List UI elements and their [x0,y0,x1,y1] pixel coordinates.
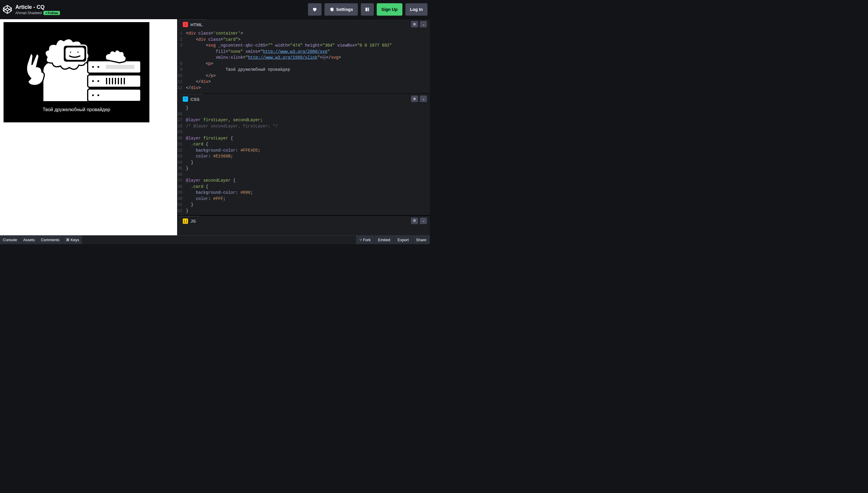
chevron-down-icon: ⌄ [422,22,425,26]
fork-button[interactable]: ⑂ Fork [356,236,375,244]
html-badge-icon: / [183,22,188,27]
html-tab[interactable]: / HTML [179,19,206,29]
settings-button[interactable]: Settings [324,3,358,16]
follow-button[interactable]: + Follow [43,11,60,15]
svg-rect-0 [365,8,367,11]
svg-point-7 [77,51,79,53]
css-settings-button[interactable]: ⚙ [411,95,418,102]
footer: Console Assets Comments ⌘ Keys ⑂ Fork Em… [0,235,430,244]
plus-icon: + [45,11,47,15]
codepen-logo[interactable] [2,4,13,15]
js-panel-header: ( ) JS ⚙ ⌄ [178,216,430,226]
svg-rect-12 [88,75,141,87]
js-dropdown-button[interactable]: ⌄ [420,218,427,224]
html-panel-header: / HTML ⚙ ⌄ [178,19,430,29]
html-code[interactable]: <div class='container'> <div class="card… [184,29,430,93]
follow-label: Follow [48,11,58,15]
app-header: Article - CQ Ahmad Shadeed + Follow Sett… [0,0,430,19]
heart-icon [312,7,317,12]
preview-pane: Твой дружелюбный провайдер [0,19,177,235]
html-panel: / HTML ⚙ ⌄ 1 2 3 8 9 10 [178,19,430,93]
pen-title-block: Article - CQ Ahmad Shadeed + Follow [15,4,60,15]
html-dropdown-button[interactable]: ⌄ [420,21,427,27]
embed-button[interactable]: Embed [375,236,394,244]
pen-title: Article - CQ [15,4,60,10]
js-settings-button[interactable]: ⚙ [411,218,418,224]
gear-icon: ⚙ [413,97,416,101]
preview-caption: Твой дружелюбный провайдер [43,107,110,112]
js-title: JS [190,218,196,223]
comments-tab[interactable]: Comments [38,236,63,244]
preview-illustration [12,27,141,104]
preview-card: Твой дружелюбный провайдер [3,22,149,122]
svg-rect-3 [367,10,369,11]
css-gutter: 26 27 28 29 30 31 32 33 34 35 36 37 38 3… [178,104,184,215]
pen-author[interactable]: Ahmad Shadeed [15,11,42,15]
svg-point-6 [69,51,72,53]
share-button[interactable]: Share [412,236,430,244]
svg-rect-2 [367,9,369,10]
svg-point-24 [97,94,100,97]
svg-point-13 [92,80,95,83]
svg-rect-11 [105,64,135,70]
assets-tab[interactable]: Assets [20,236,38,244]
chevron-down-icon: ⌄ [422,97,425,101]
layout-icon [365,7,370,12]
css-badge-icon: * [183,97,188,102]
svg-rect-1 [367,8,369,8]
css-title: CSS [190,97,200,102]
css-dropdown-button[interactable]: ⌄ [420,95,427,102]
gear-icon [329,7,334,12]
svg-point-14 [97,80,100,83]
html-settings-button[interactable]: ⚙ [411,21,418,27]
fork-label: Fork [363,238,371,242]
main: Твой дружелюбный провайдер / HTML ⚙ ⌄ 1 … [0,19,430,235]
css-panel-header: * CSS ⚙ ⌄ [178,94,430,104]
console-tab[interactable]: Console [0,236,20,244]
js-panel: ( ) JS ⚙ ⌄ [178,215,430,226]
editors: / HTML ⚙ ⌄ 1 2 3 8 9 10 [177,19,430,235]
css-code[interactable]: } @layer firstLayer, secondLayer; /* @la… [184,104,430,215]
gear-icon: ⚙ [413,219,416,222]
svg-point-23 [92,94,95,97]
gear-icon: ⚙ [413,22,416,26]
heart-button[interactable] [308,3,322,16]
css-editor[interactable]: 26 27 28 29 30 31 32 33 34 35 36 37 38 3… [178,104,430,215]
html-title: HTML [190,22,203,27]
keys-tab[interactable]: ⌘ Keys [63,236,83,244]
settings-label: Settings [336,7,353,12]
fork-icon: ⑂ [360,238,363,242]
signup-button[interactable]: Sign Up [377,3,402,16]
svg-rect-22 [88,89,141,102]
layout-button[interactable] [361,3,374,16]
login-button[interactable]: Log In [405,3,428,16]
svg-point-10 [97,65,100,68]
svg-point-9 [92,65,95,68]
css-tab[interactable]: * CSS [179,94,203,104]
html-gutter: 1 2 3 8 9 10 11 12 [178,29,184,93]
js-badge-icon: ( ) [183,218,188,224]
css-panel: * CSS ⚙ ⌄ 26 27 28 29 30 31 3 [178,93,430,215]
js-tab[interactable]: ( ) JS [179,216,199,226]
export-button[interactable]: Export [394,236,412,244]
chevron-down-icon: ⌄ [422,219,425,222]
html-editor[interactable]: 1 2 3 8 9 10 11 12 <div class='container… [178,29,430,93]
